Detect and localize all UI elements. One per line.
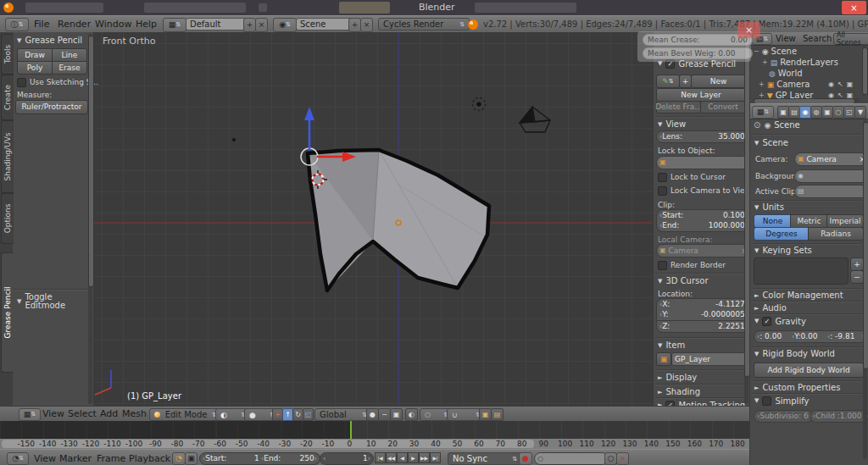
properties-editor-selector[interactable]: ▦⇅ xyxy=(752,106,774,119)
delete-keyframe-button[interactable]: × xyxy=(616,452,629,465)
local-camera-field[interactable]: ▣ Camera × xyxy=(656,244,751,257)
viewport-3d[interactable]: Front Ortho (1) GP_Layer xyxy=(0,32,749,406)
playback-button[interactable]: ▶ xyxy=(408,452,419,463)
cursor-y-field[interactable]: ‹ Y: -0.0000005 › xyxy=(656,309,751,320)
expand-toggle-icon[interactable]: + xyxy=(759,81,765,88)
frame-end-field[interactable]: ‹ End: 250 › xyxy=(259,452,320,465)
selectability-icon[interactable]: ↖ xyxy=(837,80,843,88)
camera-restriction-icons[interactable]: ◉ ↖ ▣ xyxy=(828,80,853,88)
viewport-editor-selector[interactable]: ▦⇅ xyxy=(19,408,41,421)
npanel-scrollbar[interactable] xyxy=(744,34,748,404)
layout-add-button[interactable]: + xyxy=(243,18,256,32)
lock-frame-range-button[interactable]: ▣ xyxy=(185,452,198,465)
outliner-row-renderlayers[interactable]: + ▤ RenderLayers xyxy=(762,58,838,67)
editor-type-selector[interactable]: ⓘ⇅ xyxy=(5,18,29,31)
properties-scrollbar[interactable] xyxy=(863,120,867,459)
menu-file[interactable]: File xyxy=(34,16,49,32)
vp-menu-select[interactable]: Select xyxy=(68,406,97,422)
gravity-checkbox[interactable]: ✓ xyxy=(762,317,771,326)
tab-render[interactable]: ▣ xyxy=(777,106,789,119)
vertex-select-mode-icon[interactable]: ● xyxy=(366,408,379,421)
gp-erase-button[interactable]: Erase xyxy=(52,61,87,75)
timeline-editor-selector[interactable]: ◔⇅ xyxy=(7,452,29,465)
scrollbar-handle[interactable] xyxy=(88,36,94,287)
shelf-tab-options[interactable]: Options xyxy=(1,193,14,244)
units-imperial-button[interactable]: Imperial xyxy=(826,214,864,228)
simplify-subdivision-field[interactable]: ‹ Subdivisio: 6 › xyxy=(754,410,813,423)
lens-field[interactable]: ‹ Lens: 35.000 › xyxy=(656,130,751,143)
orientation-dropdown[interactable]: Global ⇅ xyxy=(314,408,372,421)
menu-help[interactable]: Help xyxy=(136,16,157,32)
cursor-z-field[interactable]: ‹ Z: 2.2251 › xyxy=(656,320,751,333)
tab-data[interactable]: ▼ xyxy=(854,106,866,119)
background-field[interactable]: ◉ xyxy=(794,169,868,183)
playback-button[interactable]: |◀ xyxy=(375,452,386,463)
panel-header-gravity[interactable]: ▼ ✓ Gravity xyxy=(754,317,806,326)
gp-delete-frame-button[interactable]: Delete Fra... xyxy=(656,101,701,113)
lock-to-cursor-checkbox[interactable] xyxy=(658,173,667,182)
render-border-checkbox[interactable] xyxy=(658,261,667,270)
tab-render-layers[interactable]: ▤ xyxy=(788,106,800,119)
panel-header-shading[interactable]: ► Shading xyxy=(658,388,700,396)
lock-camera-row[interactable]: Lock Camera to View xyxy=(658,186,751,196)
scene-selector-icon[interactable]: ◉⇅ xyxy=(273,18,297,32)
add-rigid-body-world-button[interactable]: Add Rigid Body World xyxy=(754,363,864,378)
lock-object-field[interactable]: ▣ xyxy=(656,156,751,169)
vp-menu-mesh[interactable]: Mesh xyxy=(122,406,147,422)
panel-header-keying-sets[interactable]: ▼ Keying Sets xyxy=(754,246,812,255)
units-degrees-button[interactable]: Degrees xyxy=(754,227,810,241)
pin-icon[interactable]: ⊙ xyxy=(754,120,760,130)
tab-object[interactable]: ▣ xyxy=(821,106,833,119)
outliner-menu-view[interactable]: View xyxy=(776,30,796,47)
render-border-row[interactable]: Render Border xyxy=(658,261,726,270)
scene-add-button[interactable]: + xyxy=(348,18,361,32)
screen-layout-icon[interactable]: ▦⇅ xyxy=(163,18,186,32)
auto-keyframe-button[interactable]: ● xyxy=(519,452,532,465)
outliner-h-scrollbar[interactable] xyxy=(753,98,860,102)
use-sketching-checkbox[interactable] xyxy=(17,78,26,87)
outliner-v-scrollbar[interactable] xyxy=(862,47,866,96)
panel-header-display[interactable]: ► Display xyxy=(658,374,697,382)
ruler-protractor-button[interactable]: Ruler/Protractor xyxy=(15,100,88,114)
outliner-scope-dropdown[interactable]: All Scenes xyxy=(833,33,868,45)
lamp-object[interactable] xyxy=(473,98,486,111)
expand-toggle-icon[interactable]: − xyxy=(754,48,760,55)
current-frame-field[interactable]: ‹ 1 › xyxy=(320,452,374,465)
panel-header-3d-cursor[interactable]: ▼ 3D Cursor xyxy=(658,277,709,285)
panel-header-units[interactable]: ▼ Units xyxy=(754,203,784,212)
panel-header-custom-properties[interactable]: ► Custom Properties xyxy=(754,384,840,392)
outliner-row-camera[interactable]: + ▣ Camera xyxy=(759,80,810,89)
render-opengl-icon[interactable]: ▣ xyxy=(479,408,492,421)
outliner-menu-search[interactable]: Search xyxy=(803,30,832,47)
edge-select-mode-icon[interactable]: − xyxy=(378,408,391,421)
panel-header-color-management[interactable]: ► Color Management xyxy=(754,291,843,300)
insert-keyframe-button[interactable]: ○ xyxy=(604,452,617,465)
panel-header-simplify[interactable]: ▼ Simplify xyxy=(754,396,809,406)
panel-header-rigid-body[interactable]: ▼ Rigid Body World xyxy=(754,350,835,358)
tl-menu-frame[interactable]: Frame xyxy=(97,451,125,465)
scene-camera-field[interactable]: ▣ Camera × xyxy=(794,152,868,166)
simplify-checkbox[interactable] xyxy=(762,396,771,406)
panel-header-audio[interactable]: ► Audio xyxy=(754,304,787,313)
playback-button[interactable]: ▶▶ xyxy=(419,452,430,463)
screen-layout-field[interactable]: Default xyxy=(186,18,250,30)
keying-sets-listbox[interactable] xyxy=(754,257,849,285)
gp-convert-button[interactable]: Convert xyxy=(700,101,746,113)
simplify-child-field[interactable]: ‹ Child :1.000 › xyxy=(810,410,868,423)
outliner-row-world[interactable]: ◍ World xyxy=(769,69,803,78)
gp-new-layer-button[interactable]: New Layer xyxy=(656,88,746,102)
panel-header-view[interactable]: ▼ View xyxy=(658,120,686,129)
lock-camera-checkbox[interactable] xyxy=(658,186,667,196)
render-engine-dropdown[interactable]: Cycles Render⇅ xyxy=(378,18,470,30)
occlude-geometry-icon[interactable]: ◐ xyxy=(405,408,418,421)
gp-draw-button[interactable]: Draw xyxy=(17,48,53,62)
renderability-icon[interactable]: ▣ xyxy=(847,80,854,88)
current-frame-line[interactable] xyxy=(350,421,352,439)
clip-end-field[interactable]: ‹ End: 1000.000 › xyxy=(656,220,751,232)
gp-new-button[interactable]: New xyxy=(691,75,746,88)
panel-header-toggle-editmode[interactable]: ▼ Toggle Editmode xyxy=(17,293,93,310)
playback-button[interactable]: ◀ xyxy=(397,452,408,463)
active-clip-field[interactable]: ▤ xyxy=(794,185,868,198)
units-metric-button[interactable]: Metric xyxy=(790,214,828,228)
vp-menu-add[interactable]: Add xyxy=(100,406,118,422)
